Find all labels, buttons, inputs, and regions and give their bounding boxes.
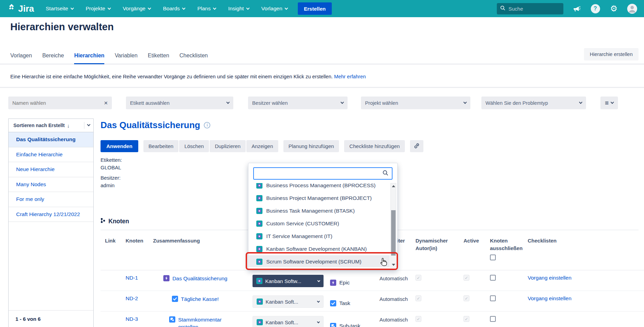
project-select[interactable]: Kanban Soft... [253, 316, 324, 327]
exclude-all-checkbox[interactable] [490, 255, 496, 260]
filter-menu-button[interactable]: ≡ [600, 97, 618, 109]
tab-variablen[interactable]: Variablen [115, 53, 137, 64]
option-it[interactable]: IT Service Management (IT) [249, 230, 390, 243]
hierarchy-actions: Anwenden Bearbeiten Löschen Duplizieren … [101, 140, 423, 152]
node-key-link[interactable]: ND-2 [126, 295, 138, 301]
sidebar-item-das-qualitaetssicherung[interactable]: Das Qualitätssicherung [9, 132, 93, 147]
nav-plans[interactable]: Plans [197, 5, 216, 12]
duplicate-button[interactable]: Duplizieren [210, 140, 246, 152]
option-scrum[interactable]: Scrum Software Development (SCRUM) [249, 255, 390, 267]
exclude-checkbox[interactable] [490, 295, 496, 301]
chevron-down-icon [182, 6, 186, 10]
summary-link[interactable]: Das Qualitätssicherung [172, 275, 227, 282]
nav-boards[interactable]: Boards [163, 5, 185, 12]
exclude-checkbox[interactable] [490, 275, 496, 281]
name-filter-field[interactable] [12, 100, 104, 106]
sidebar-item-craft-hierarchy[interactable]: Craft Hierarchy 12/21/2022 [9, 207, 93, 222]
dropdown-scrollbar[interactable] [390, 183, 396, 268]
cell-project-select: Kanban Soft... [238, 295, 318, 311]
option-bprocess[interactable]: Business Process Management (BPROCESS) [249, 183, 390, 192]
scrollbar-thumb[interactable] [391, 210, 396, 256]
sidebar-item-neue-hierarchie[interactable]: Neue Hierarchie [9, 162, 93, 177]
tab-hierarchien[interactable]: Hierarchien [74, 53, 104, 64]
search-input[interactable] [508, 6, 560, 12]
project-select-open[interactable]: Kanban Softw... [253, 275, 324, 287]
issuetype-filter-select[interactable]: Wählen Sie den Problemtyp [481, 97, 586, 109]
add-plan-button[interactable]: Planung hinzufügen [283, 140, 339, 152]
summary-link[interactable]: Tägliche Kasse! [181, 295, 219, 303]
node-key-link[interactable]: ND-3 [126, 316, 138, 322]
name-filter-input[interactable]: × [8, 97, 112, 109]
tab-etiketten[interactable]: Etiketten [148, 53, 169, 64]
cell-link [101, 295, 121, 311]
dropdown-option-list: Business Process Management (BPROCESS) B… [249, 183, 390, 267]
chevron-down-icon [107, 6, 111, 10]
sidebar-item-for-me-only[interactable]: For me only [9, 192, 93, 207]
help-icon[interactable]: ? [590, 3, 600, 14]
add-checklist-button[interactable]: Checkliste hinzufügen [344, 140, 405, 152]
cell-issuetype: Task [318, 295, 375, 311]
option-customer[interactable]: Custom Service (CUSTOMER) [249, 217, 390, 230]
delete-button[interactable]: Löschen [179, 140, 209, 152]
exclude-checkbox[interactable] [490, 316, 496, 322]
tab-checklisten[interactable]: Checklisten [179, 53, 208, 64]
nav-insight[interactable]: Insight [228, 5, 249, 12]
announcements-icon[interactable] [572, 3, 582, 14]
scroll-down-icon[interactable] [391, 262, 396, 268]
chevron-down-icon [226, 100, 230, 104]
hierarchy-title: Das Qualitätssicherung i [101, 120, 210, 131]
clear-icon[interactable]: × [104, 100, 108, 106]
jira-logo[interactable]: Jira [7, 3, 34, 14]
cell-link [101, 275, 121, 291]
subtask-icon [169, 316, 175, 323]
sidebar-item-einfache-hierarchie[interactable]: Einfache Hierarchie [9, 147, 93, 162]
apply-button[interactable]: Anwenden [101, 140, 138, 152]
create-hierarchy-button[interactable]: Hierarchie erstellen [584, 48, 639, 60]
learn-more-link[interactable]: Mehr erfahren [334, 74, 366, 79]
user-avatar[interactable] [627, 4, 637, 14]
option-kanban[interactable]: Kanban Software Development (KANBAN) [249, 243, 390, 255]
chevron-down-icon [213, 6, 216, 10]
dropdown-search-input[interactable] [257, 171, 383, 177]
tab-vorlagen[interactable]: Vorlagen [10, 53, 32, 64]
project-select[interactable]: Kanban Soft... [253, 295, 324, 308]
project-filter-select[interactable]: Projekt wählen [361, 97, 470, 109]
cell-active: ✓ [459, 275, 485, 291]
summary-link[interactable]: Stammkommentar erstellen [178, 316, 222, 327]
col-active: Active [459, 237, 485, 270]
copy-link-button[interactable] [410, 140, 423, 152]
scroll-up-icon[interactable] [391, 183, 396, 189]
info-icon[interactable]: i [204, 122, 210, 128]
cell-assignee: Automatisch [375, 295, 411, 311]
nav-vorlagen[interactable]: Vorlagen [261, 5, 288, 12]
create-button[interactable]: Erstellen [298, 2, 332, 15]
option-btask[interactable]: Business Task Management (BTASK) [249, 204, 390, 217]
hierarchy-meta: Etiketten: GLOBAL Besitzer: admin [101, 157, 122, 193]
show-button[interactable]: Anzeigen [246, 140, 278, 152]
option-bproject[interactable]: Business Project Management (BPROJECT) [249, 192, 390, 204]
page-tabs: Vorlagen Bereiche Hierarchien Variablen … [10, 53, 208, 64]
node-key-link[interactable]: ND-1 [126, 275, 138, 281]
set-issue-link[interactable]: Vorgang einstellen [528, 275, 572, 281]
label-filter-select[interactable]: Etikett auswählen [126, 97, 233, 109]
sidebar-item-many-nodes[interactable]: Many Nodes [9, 177, 93, 192]
cell-issuetype: Sub-task [318, 316, 375, 327]
sort-direction-arrow-icon[interactable]: ↓ [67, 123, 70, 128]
jira-logo-text: Jira [18, 3, 34, 14]
owner-filter-select[interactable]: Besitzer wählen [248, 97, 348, 109]
nav-vorgaenge[interactable]: Vorgänge [123, 5, 151, 12]
set-issue-link[interactable]: Vorgang einstellen [528, 295, 572, 301]
nav-projekte[interactable]: Projekte [86, 5, 110, 12]
global-search[interactable] [497, 3, 563, 14]
nav-startseite[interactable]: Startseite [46, 5, 73, 12]
chevron-down-icon[interactable] [87, 123, 91, 126]
dropdown-search[interactable] [253, 167, 393, 180]
sort-header[interactable]: Sortieren nach Erstellt ↓ [9, 119, 93, 132]
cell-node-key: ND-1 [121, 275, 149, 291]
project-avatar-icon [256, 195, 262, 201]
cell-exclude [485, 316, 523, 327]
action-button-group: Bearbeiten Löschen Duplizieren Anzeigen [143, 140, 278, 152]
edit-button[interactable]: Bearbeiten [143, 140, 179, 152]
tab-bereiche[interactable]: Bereiche [42, 53, 64, 64]
settings-gear-icon[interactable]: ⚙ [609, 3, 619, 14]
